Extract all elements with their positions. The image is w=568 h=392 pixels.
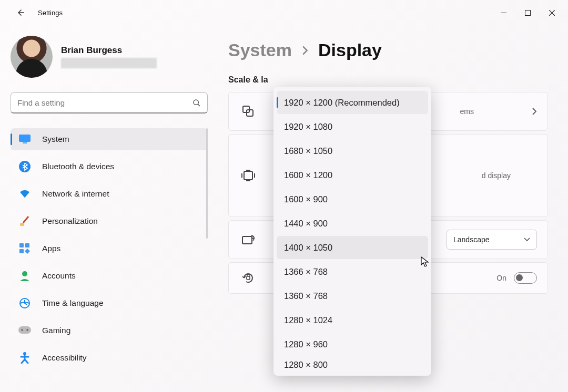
section-header-scale: Scale & la <box>228 75 550 85</box>
orientation-value: Landscape <box>453 235 490 244</box>
resolution-option[interactable]: 1280 × 800 <box>277 357 428 372</box>
back-button[interactable] <box>11 2 32 23</box>
svg-rect-9 <box>19 249 24 253</box>
nav-list: System Bluetooth & devices Network & int… <box>11 128 208 369</box>
resolution-option[interactable]: 1440 × 900 <box>277 212 428 235</box>
close-icon <box>549 10 555 16</box>
sidebar-item-network[interactable]: Network & internet <box>11 183 208 205</box>
svg-point-2 <box>194 100 198 105</box>
sidebar-item-label: Time & language <box>42 298 104 308</box>
sidebar-item-bluetooth[interactable]: Bluetooth & devices <box>11 156 208 178</box>
orientation-icon <box>239 231 257 249</box>
sidebar-item-label: Accessibility <box>42 353 86 363</box>
sidebar-item-system[interactable]: System <box>11 128 208 150</box>
resolution-icon <box>239 167 257 184</box>
sidebar-item-gaming[interactable]: Gaming <box>11 319 208 342</box>
sidebar-item-apps[interactable]: Apps <box>11 238 208 260</box>
search-input[interactable] <box>17 98 192 107</box>
resolution-option[interactable]: 1280 × 960 <box>277 333 428 356</box>
rotation-lock-toggle[interactable] <box>514 272 537 284</box>
chevron-right-icon <box>532 107 537 116</box>
window-controls <box>491 4 564 21</box>
app-title: Settings <box>38 9 63 17</box>
titlebar: Settings <box>0 0 568 25</box>
sidebar-item-label: Gaming <box>42 326 70 335</box>
chevron-right-icon <box>301 45 309 56</box>
breadcrumb: System Display <box>228 40 550 60</box>
svg-point-11 <box>22 271 27 276</box>
wifi-icon <box>18 187 32 201</box>
resolution-option[interactable]: 1600 × 900 <box>277 188 428 211</box>
svg-rect-20 <box>242 236 252 244</box>
avatar <box>11 36 53 78</box>
minimize-icon <box>501 10 506 16</box>
accessibility-icon <box>18 351 32 365</box>
svg-rect-0 <box>501 13 506 13</box>
sidebar-item-label: Network & internet <box>42 189 109 199</box>
maximize-button[interactable] <box>515 4 540 21</box>
arrow-left-icon <box>16 8 26 17</box>
resolution-option[interactable]: 1366 × 768 <box>277 260 428 283</box>
orientation-select[interactable]: Landscape <box>447 230 537 250</box>
search-icon <box>192 99 201 107</box>
sidebar-item-accessibility[interactable]: Accessibility <box>11 347 208 369</box>
resolution-option[interactable]: 1360 × 768 <box>277 284 428 307</box>
gamepad-icon <box>18 324 32 337</box>
resolution-dropdown: 1920 × 1200 (Recommended) 1920 × 1080 16… <box>273 87 431 376</box>
rotation-lock-state: On <box>496 274 506 282</box>
sidebar-item-time[interactable]: Time & language <box>11 292 208 314</box>
breadcrumb-current: Display <box>318 40 382 60</box>
svg-rect-21 <box>247 276 250 280</box>
person-icon <box>18 269 32 283</box>
user-name: Brian Burgess <box>61 45 157 56</box>
sidebar-item-label: Accounts <box>42 271 76 281</box>
svg-rect-6 <box>20 223 24 226</box>
svg-point-14 <box>21 329 23 331</box>
resolution-option[interactable]: 1400 × 1050 <box>277 236 428 259</box>
resolution-option[interactable]: 1600 × 1200 <box>277 163 428 187</box>
resolution-option[interactable]: 1920 × 1200 (Recommended) <box>277 91 428 114</box>
svg-rect-4 <box>23 142 27 143</box>
svg-rect-13 <box>18 326 31 334</box>
maximize-icon <box>525 10 531 16</box>
close-button[interactable] <box>540 4 564 21</box>
breadcrumb-parent[interactable]: System <box>228 40 292 60</box>
clock-globe-icon <box>18 296 32 310</box>
user-email-redacted <box>61 58 157 68</box>
scale-icon <box>239 102 257 120</box>
minimize-button[interactable] <box>491 4 515 21</box>
svg-rect-1 <box>525 10 530 15</box>
sidebar: Brian Burgess System Bluetooth & devices… <box>0 25 216 392</box>
svg-marker-10 <box>25 249 30 254</box>
sidebar-item-label: Bluetooth & devices <box>42 162 114 171</box>
apps-icon <box>18 242 32 255</box>
svg-rect-7 <box>19 243 24 247</box>
resolution-option[interactable]: 1920 × 1080 <box>277 115 428 138</box>
sidebar-item-label: Personalization <box>42 216 98 226</box>
resolution-option[interactable]: 1280 × 1024 <box>277 308 428 332</box>
rotation-lock-icon <box>239 269 257 287</box>
display-icon <box>18 132 32 146</box>
svg-rect-3 <box>19 135 31 142</box>
svg-rect-19 <box>244 171 252 180</box>
svg-point-15 <box>26 329 28 331</box>
sidebar-item-label: System <box>42 135 69 144</box>
sidebar-item-label: Apps <box>42 244 60 253</box>
chevron-down-icon <box>524 238 530 242</box>
search-box[interactable] <box>11 92 208 114</box>
bluetooth-icon <box>18 160 32 173</box>
user-profile[interactable]: Brian Burgess <box>11 36 216 78</box>
sidebar-scrollbar[interactable] <box>206 128 208 239</box>
sidebar-item-accounts[interactable]: Accounts <box>11 265 208 287</box>
resolution-option[interactable]: 1680 × 1050 <box>277 139 428 162</box>
sidebar-item-personalization[interactable]: Personalization <box>11 210 208 232</box>
paintbrush-icon <box>18 214 32 228</box>
svg-rect-8 <box>25 243 29 247</box>
